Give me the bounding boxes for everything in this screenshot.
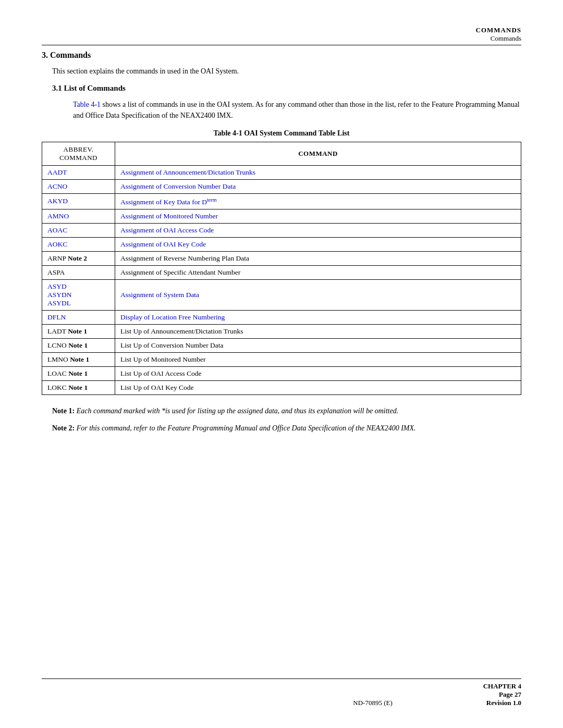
subsection-31: 3.1 List of Commands Table 4-1 shows a l… [52,84,521,121]
note-2: Note 2: For this command, refer to the F… [52,423,521,434]
table-cell-abbrev: AADT [42,166,115,180]
table-cell-abbrev: DFLN [42,310,115,324]
abbrev-note-label: Note 1 [66,327,88,335]
table-cell-command: Assignment of OAI Access Code [115,223,521,237]
table-row: AKYDAssignment of Key Data for Dterm [42,194,521,209]
command-table: ABBREV. COMMAND COMMAND AADTAssignment o… [42,142,521,395]
note-2-text: For this command, refer to the Feature P… [77,424,416,432]
table-cell-command: Assignment of OAI Key Code [115,237,521,251]
table-row: AOACAssignment of OAI Access Code [42,223,521,237]
table-cell-command: Assignment of Key Data for Dterm [115,194,521,209]
section-title: 3. Commands [42,51,521,60]
abbrev-link[interactable]: AOKC [47,240,67,248]
command-link[interactable]: Assignment of OAI Access Code [120,226,214,234]
table-row: AOKCAssignment of OAI Key Code [42,237,521,251]
table-row: DFLNDisplay of Location Free Numbering [42,310,521,324]
table-cell-abbrev: LCNO Note 1 [42,338,115,352]
command-link[interactable]: Assignment of Announcement/Dictation Tru… [120,168,255,176]
table-cell-command: List Up of OAI Key Code [115,380,521,394]
table-row: LOAC Note 1List Up of OAI Access Code [42,366,521,380]
abbrev-link: LOKC [47,384,67,391]
table-row: AADTAssignment of Announcement/Dictation… [42,166,521,180]
abbrev-note-label: Note 1 [67,369,88,377]
command-link[interactable]: Display of Location Free Numbering [120,313,225,321]
abbrev-link: ARNP [47,254,66,262]
table-row: LADT Note 1List Up of Announcement/Dicta… [42,324,521,338]
table-header-row: ABBREV. COMMAND COMMAND [42,142,521,166]
abbrev-link: LADT [47,327,66,335]
abbrev-link[interactable]: ASYDN [47,291,109,299]
table-cell-abbrev: ARNP Note 2 [42,251,115,265]
table-row: ASYDASYDNASYDLAssignment of System Data [42,279,521,310]
table-body: AADTAssignment of Announcement/Dictation… [42,166,521,395]
table-cell-abbrev: AOAC [42,223,115,237]
table-cell-abbrev: AMNO [42,209,115,223]
table-ref-link[interactable]: Table 4-1 [73,101,101,108]
table-cell-abbrev: AOKC [42,237,115,251]
header-normal: Commands [476,34,521,43]
table-cell-command: List Up of Announcement/Dictation Trunks [115,324,521,338]
abbrev-link[interactable]: AKYD [47,197,68,205]
table-title: Table 4-1 OAI System Command Table List [42,129,521,138]
table-row: ARNP Note 2Assignment of Reverse Numberi… [42,251,521,265]
table-cell-abbrev: LADT Note 1 [42,324,115,338]
abbrev-link[interactable]: DFLN [47,313,66,321]
header-right: COMMANDS Commands [476,26,521,43]
abbrev-link: LOAC [47,369,67,377]
footer-center: ND-70895 (E) [262,699,483,707]
abbrev-link[interactable]: AOAC [47,226,67,234]
abbrev-link[interactable]: ASYD [47,282,109,291]
table-cell-abbrev: ACNO [42,180,115,194]
command-link[interactable]: Assignment of Conversion Number Data [120,182,236,190]
table-cell-command: List Up of OAI Access Code [115,366,521,380]
command-link[interactable]: Assignment of Monitored Number [120,212,218,220]
table-cell-abbrev: LOAC Note 1 [42,366,115,380]
table-row: LCNO Note 1List Up of Conversion Number … [42,338,521,352]
note-1-label: Note 1: [52,407,77,415]
table-cell-command: Assignment of Conversion Number Data [115,180,521,194]
footer-right: CHAPTER 4 Page 27 Revision 1.0 [483,682,521,707]
command-link[interactable]: Assignment of OAI Key Code [120,240,206,248]
table-cell-command: Assignment of System Data [115,279,521,310]
abbrev-link: LCNO [47,341,67,349]
header-bold: COMMANDS [476,26,521,34]
abbrev-note-label: Note 2 [66,254,88,262]
subsection-title: 3.1 List of Commands [52,84,521,93]
th-abbrev: ABBREV. COMMAND [42,142,115,166]
abbrev-note-label: Note 1 [67,384,88,391]
table-cell-abbrev: ASPA [42,265,115,279]
table-cell-command: List Up of Conversion Number Data [115,338,521,352]
abbrev-link: LMNO [47,355,68,363]
footer: ND-70895 (E) CHAPTER 4 Page 27 Revision … [42,678,521,707]
command-link[interactable]: Assignment of Key Data for Dterm [120,198,216,206]
table-cell-command: Assignment of Specific Attendant Number [115,265,521,279]
table-cell-command: Assignment of Monitored Number [115,209,521,223]
table-row: ACNOAssignment of Conversion Number Data [42,180,521,194]
abbrev-link[interactable]: ACNO [47,182,67,190]
table-row: ASPAAssignment of Specific Attendant Num… [42,265,521,279]
table-cell-command: Assignment of Reverse Numbering Plan Dat… [115,251,521,265]
list-commands-description: Table 4-1 shows a list of commands in us… [73,99,521,121]
table-cell-abbrev: AKYD [42,194,115,209]
intro-paragraph: This section explains the commands in us… [52,67,521,76]
table-row: LOKC Note 1List Up of OAI Key Code [42,380,521,394]
abbrev-link[interactable]: AADT [47,168,67,176]
table-row: AMNOAssignment of Monitored Number [42,209,521,223]
table-cell-command: Display of Location Free Numbering [115,310,521,324]
abbrev-note-label: Note 1 [67,341,88,349]
abbrev-link[interactable]: ASYDL [47,299,109,307]
command-link[interactable]: Assignment of System Data [120,291,199,299]
note-1: Note 1: Each command marked with *is use… [52,405,521,416]
table-cell-abbrev: LMNO Note 1 [42,352,115,366]
note-2-label: Note 2: [52,424,77,432]
note-1-text: Each command marked with *is used for li… [77,407,399,415]
table-row: LMNO Note 1List Up of Monitored Number [42,352,521,366]
abbrev-link[interactable]: AMNO [47,212,69,220]
abbrev-note-label: Note 1 [68,355,90,363]
table-cell-command: List Up of Monitored Number [115,352,521,366]
table-cell-command: Assignment of Announcement/Dictation Tru… [115,166,521,180]
th-command: COMMAND [115,142,521,166]
header-bar: COMMANDS Commands [42,26,521,45]
table-cell-abbrev: LOKC Note 1 [42,380,115,394]
page: COMMANDS Commands 3. Commands This secti… [0,0,563,728]
